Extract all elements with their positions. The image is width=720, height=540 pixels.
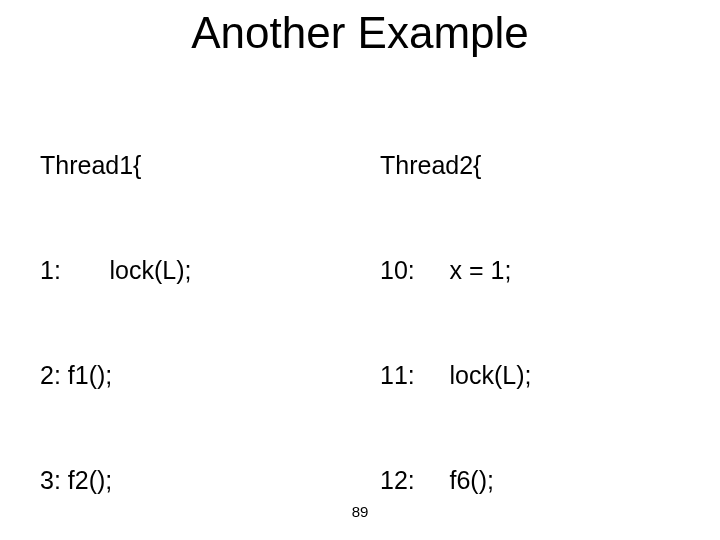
thread2-header: Thread2{ xyxy=(380,148,680,183)
page-number: 89 xyxy=(0,503,720,520)
code-line: 11: lock(L); xyxy=(380,358,680,393)
code-line: 1: lock(L); xyxy=(40,253,340,288)
code-line: 10: x = 1; xyxy=(380,253,680,288)
code-line: 2: f1(); xyxy=(40,358,340,393)
thread2-block: Thread2{ 10: x = 1; 11: lock(L); 12: f6(… xyxy=(380,78,680,540)
code-line: 3: f2(); xyxy=(40,463,340,498)
code-line: 12: f6(); xyxy=(380,463,680,498)
slide: Another Example Thread1{ 1: lock(L); 2: … xyxy=(0,0,720,540)
thread1-block: Thread1{ 1: lock(L); 2: f1(); 3: f2(); 4… xyxy=(40,78,340,540)
thread1-header: Thread1{ xyxy=(40,148,340,183)
slide-title: Another Example xyxy=(0,8,720,58)
slide-body: Thread1{ 1: lock(L); 2: f1(); 3: f2(); 4… xyxy=(40,78,680,540)
